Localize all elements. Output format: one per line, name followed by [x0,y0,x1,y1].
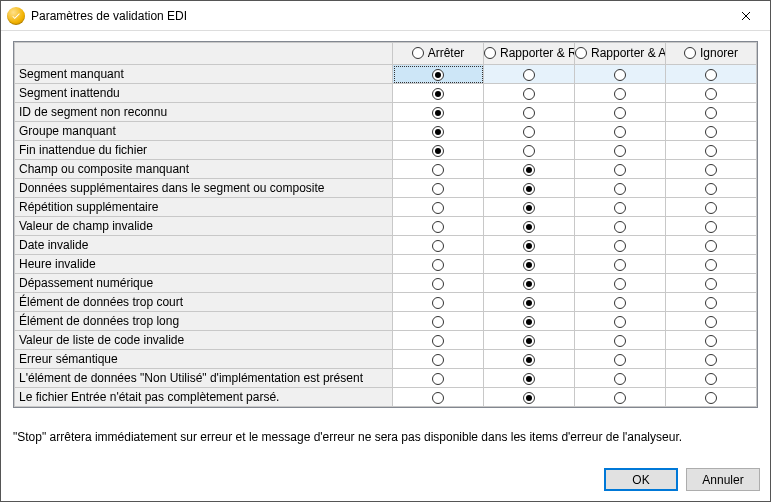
option-radio[interactable] [614,107,626,119]
column-header-ignore[interactable]: Ignorer [666,43,757,65]
option-radio[interactable] [523,183,535,195]
option-radio[interactable] [523,297,535,309]
option-cell-ignore[interactable] [666,217,757,236]
option-radio[interactable] [614,183,626,195]
option-cell-report_reject[interactable] [484,84,575,103]
option-cell-report_accept[interactable] [575,255,666,274]
option-cell-ignore[interactable] [666,198,757,217]
column-header-report_accept[interactable]: Rapporter & Accepter [575,43,666,65]
option-radio[interactable] [432,221,444,233]
option-radio[interactable] [705,373,717,385]
option-cell-report_accept[interactable] [575,350,666,369]
option-cell-report_reject[interactable] [484,274,575,293]
column-select-all-radio[interactable] [575,47,587,59]
option-radio[interactable] [523,354,535,366]
option-cell-stop[interactable] [393,350,484,369]
option-radio[interactable] [705,316,717,328]
option-radio[interactable] [432,107,444,119]
option-cell-ignore[interactable] [666,350,757,369]
option-cell-ignore[interactable] [666,103,757,122]
option-cell-report_accept[interactable] [575,331,666,350]
option-radio[interactable] [614,354,626,366]
option-cell-report_accept[interactable] [575,369,666,388]
option-cell-report_reject[interactable] [484,255,575,274]
option-cell-report_reject[interactable] [484,369,575,388]
option-cell-ignore[interactable] [666,122,757,141]
option-cell-report_reject[interactable] [484,179,575,198]
option-cell-report_reject[interactable] [484,103,575,122]
option-radio[interactable] [432,297,444,309]
option-cell-report_reject[interactable] [484,331,575,350]
option-radio[interactable] [705,278,717,290]
option-radio[interactable] [432,259,444,271]
option-cell-stop[interactable] [393,65,484,84]
option-cell-ignore[interactable] [666,388,757,407]
option-radio[interactable] [523,107,535,119]
option-cell-report_accept[interactable] [575,293,666,312]
option-radio[interactable] [705,221,717,233]
option-radio[interactable] [705,145,717,157]
option-radio[interactable] [705,107,717,119]
option-radio[interactable] [523,88,535,100]
option-cell-ignore[interactable] [666,236,757,255]
option-radio[interactable] [614,88,626,100]
option-radio[interactable] [705,164,717,176]
option-radio[interactable] [523,392,535,404]
option-cell-ignore[interactable] [666,369,757,388]
option-radio[interactable] [432,392,444,404]
option-cell-ignore[interactable] [666,293,757,312]
option-radio[interactable] [432,145,444,157]
option-radio[interactable] [614,126,626,138]
option-cell-report_accept[interactable] [575,312,666,331]
option-radio[interactable] [523,145,535,157]
option-cell-report_reject[interactable] [484,65,575,84]
option-radio[interactable] [614,392,626,404]
option-cell-report_accept[interactable] [575,274,666,293]
option-cell-stop[interactable] [393,179,484,198]
option-cell-report_accept[interactable] [575,103,666,122]
option-radio[interactable] [705,69,717,81]
option-radio[interactable] [614,278,626,290]
option-cell-ignore[interactable] [666,274,757,293]
option-radio[interactable] [614,373,626,385]
option-cell-report_reject[interactable] [484,388,575,407]
option-radio[interactable] [432,202,444,214]
option-radio[interactable] [523,278,535,290]
option-cell-report_reject[interactable] [484,141,575,160]
option-radio[interactable] [614,240,626,252]
option-radio[interactable] [523,202,535,214]
option-cell-report_accept[interactable] [575,160,666,179]
option-cell-report_accept[interactable] [575,141,666,160]
option-cell-stop[interactable] [393,369,484,388]
option-radio[interactable] [432,69,444,81]
option-cell-report_accept[interactable] [575,122,666,141]
option-radio[interactable] [614,316,626,328]
option-radio[interactable] [432,373,444,385]
option-radio[interactable] [614,221,626,233]
option-radio[interactable] [614,335,626,347]
option-cell-report_reject[interactable] [484,160,575,179]
option-cell-stop[interactable] [393,331,484,350]
option-radio[interactable] [705,202,717,214]
option-cell-report_reject[interactable] [484,217,575,236]
option-radio[interactable] [432,335,444,347]
column-header-report_reject[interactable]: Rapporter & Rejeter [484,43,575,65]
option-cell-report_accept[interactable] [575,388,666,407]
option-radio[interactable] [432,240,444,252]
option-cell-report_accept[interactable] [575,65,666,84]
close-button[interactable] [726,2,766,30]
option-radio[interactable] [523,259,535,271]
option-cell-ignore[interactable] [666,312,757,331]
option-radio[interactable] [614,297,626,309]
column-select-all-radio[interactable] [412,47,424,59]
option-radio[interactable] [432,316,444,328]
option-cell-stop[interactable] [393,293,484,312]
option-cell-ignore[interactable] [666,331,757,350]
option-cell-stop[interactable] [393,388,484,407]
option-cell-ignore[interactable] [666,65,757,84]
option-radio[interactable] [705,259,717,271]
option-radio[interactable] [523,69,535,81]
option-radio[interactable] [432,183,444,195]
option-cell-report_reject[interactable] [484,312,575,331]
column-select-all-radio[interactable] [484,47,496,59]
